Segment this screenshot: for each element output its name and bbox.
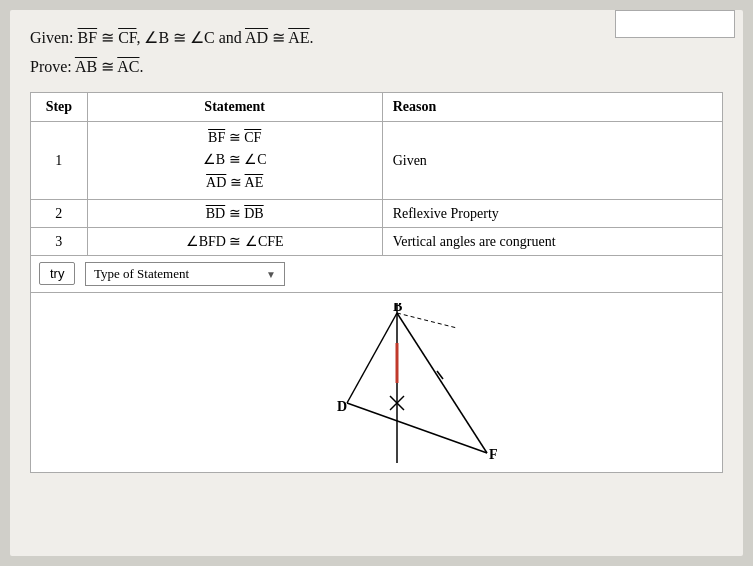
col-header-step: Step	[31, 93, 88, 122]
step-3: 3	[31, 228, 88, 256]
statement-1: BF ≅ CF ∠B ≅ ∠C AD ≅ AE	[87, 122, 382, 200]
statement-3: ∠BFD ≅ ∠CFE	[87, 228, 382, 256]
reason-1: Given	[382, 122, 722, 200]
prove-text: AB ≅ AC.	[75, 58, 144, 75]
proof-table: Step Statement Reason 1 BF ≅ CF ∠B ≅ ∠C …	[30, 92, 723, 293]
statement-2: BD ≅ DB	[87, 200, 382, 228]
given-label: Given:	[30, 29, 78, 46]
top-input-box[interactable]	[615, 10, 735, 38]
step-1: 1	[31, 122, 88, 200]
table-row: 1 BF ≅ CF ∠B ≅ ∠C AD ≅ AE Given	[31, 122, 723, 200]
dropdown-arrow-icon: ▼	[266, 269, 276, 280]
col-header-reason: Reason	[382, 93, 722, 122]
svg-text:D: D	[337, 399, 347, 414]
svg-line-0	[347, 313, 397, 403]
diagram-inner: B D F	[317, 303, 517, 463]
svg-line-1	[347, 403, 487, 453]
svg-text:B: B	[393, 303, 402, 314]
svg-line-2	[397, 313, 487, 453]
step-2: 2	[31, 200, 88, 228]
reason-2: Reflexive Property	[382, 200, 722, 228]
stmt-1c: AD ≅ AE	[98, 172, 372, 194]
diagram-area: B D F	[30, 293, 723, 473]
svg-text:F: F	[489, 447, 498, 462]
try-button[interactable]: try	[39, 262, 75, 285]
prove-label: Prove:	[30, 58, 75, 75]
try-cell: try Type of Statement ▼	[31, 256, 723, 293]
stmt-1a: BF ≅ CF	[98, 127, 372, 149]
given-bf: BF ≅ CF, ∠B ≅ ∠C and AD ≅ AE.	[78, 29, 314, 46]
table-row: 2 BD ≅ DB Reflexive Property	[31, 200, 723, 228]
geometry-diagram: B D F	[317, 303, 517, 463]
prove-line: Prove: AB ≅ AC.	[30, 57, 723, 76]
table-row: 3 ∠BFD ≅ ∠CFE Vertical angles are congru…	[31, 228, 723, 256]
col-header-statement: Statement	[87, 93, 382, 122]
try-row: try Type of Statement ▼	[31, 256, 723, 293]
stmt-1b: ∠B ≅ ∠C	[98, 149, 372, 171]
type-of-statement-dropdown[interactable]: Type of Statement ▼	[85, 262, 285, 286]
type-of-statement-label: Type of Statement	[94, 266, 189, 282]
reason-3: Vertical angles are congruent	[382, 228, 722, 256]
